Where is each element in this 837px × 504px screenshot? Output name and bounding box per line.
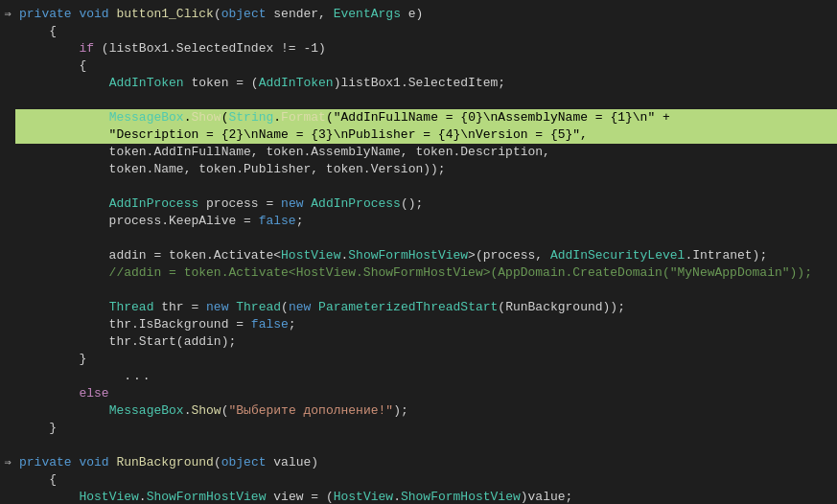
token-class-name: AddInProcess bbox=[109, 196, 199, 211]
token-class-name: HostView bbox=[281, 248, 340, 263]
token-plain: , bbox=[580, 127, 588, 142]
token-method: button1_Click bbox=[116, 7, 213, 21]
token-plain: thr.IsBackground = bbox=[19, 317, 251, 332]
token-class-name: HostView bbox=[334, 490, 393, 504]
token-plain: >(process, bbox=[468, 248, 550, 263]
code-content: { bbox=[15, 57, 837, 75]
code-line: AddInToken token = (AddInToken)listBox1.… bbox=[0, 75, 837, 92]
token-kw: false bbox=[251, 317, 289, 332]
token-class-name: ShowFormHostView bbox=[401, 490, 521, 504]
token-plain: view = ( bbox=[266, 490, 333, 504]
token-plain bbox=[19, 369, 124, 383]
code-content: HostView.ShowFormHostView view = (HostVi… bbox=[15, 489, 837, 504]
token-plain: e) bbox=[401, 7, 423, 21]
token-kw: object bbox=[221, 7, 267, 21]
token-kw: void bbox=[79, 7, 108, 21]
token-class-name: String bbox=[228, 110, 273, 125]
code-line: token.AddInFullName, token.AssemblyName,… bbox=[0, 144, 837, 161]
token-plain: process.KeepAlive = bbox=[19, 214, 259, 228]
token-class-name: ShowFormHostView bbox=[348, 248, 468, 263]
token-plain: sender, bbox=[267, 7, 334, 21]
token-kw: new bbox=[206, 300, 228, 314]
code-line: ⇒private void RunBackground(object value… bbox=[0, 454, 837, 471]
token-plain: ( bbox=[214, 7, 221, 21]
code-content: if (listBox1.SelectedIndex != -1) bbox=[15, 40, 837, 57]
code-line: if (listBox1.SelectedIndex != -1) bbox=[0, 40, 837, 57]
code-line: ... bbox=[0, 368, 837, 385]
token-string-hl: "Description = {2}\nName = {3}\nPublishe… bbox=[19, 127, 580, 142]
token-class-name: ShowFormHostView bbox=[147, 490, 267, 504]
token-plain bbox=[19, 41, 79, 56]
code-content: private void button1_Click(object sender… bbox=[15, 6, 837, 23]
code-line bbox=[0, 282, 837, 299]
code-line: thr.IsBackground = false; bbox=[0, 316, 837, 333]
code-line: HostView.ShowFormHostView view = (HostVi… bbox=[0, 489, 837, 504]
code-content: process.KeepAlive = false; bbox=[15, 213, 837, 230]
token-plain: ; bbox=[289, 317, 296, 332]
token-class-name: AddInSecurityLevel bbox=[550, 248, 685, 263]
token-class-name: AddInToken bbox=[259, 76, 334, 90]
token-kw: private bbox=[19, 455, 72, 470]
code-line: token.Name, token.Publisher, token.Versi… bbox=[0, 161, 837, 178]
token-plain: ; bbox=[296, 214, 304, 228]
code-content: { bbox=[15, 471, 837, 489]
code-line bbox=[0, 437, 837, 454]
token-plain: } bbox=[19, 352, 86, 366]
arrow-icon: ⇒ bbox=[0, 6, 15, 23]
token-kw2: else bbox=[19, 386, 109, 401]
token-plain bbox=[19, 76, 109, 90]
code-content: AddInToken token = (AddInToken)listBox1.… bbox=[15, 75, 837, 92]
token-method: Show bbox=[191, 110, 221, 125]
token-class-name: Thread bbox=[236, 300, 281, 314]
code-content: addin = token.Activate<HostView.ShowForm… bbox=[15, 247, 837, 264]
token-kw: private bbox=[19, 7, 72, 21]
code-content: ... bbox=[15, 368, 837, 385]
code-content: AddInProcess process = new AddInProcess(… bbox=[15, 195, 837, 213]
token-comment: //addin = token.Activate<HostView.ShowFo… bbox=[19, 265, 812, 280]
token-plain bbox=[19, 490, 79, 504]
code-line bbox=[0, 230, 837, 247]
token-plain: ( bbox=[326, 110, 334, 125]
token-kw2: if bbox=[79, 41, 94, 56]
code-line: { bbox=[0, 57, 837, 75]
code-line: process.KeepAlive = false; bbox=[0, 213, 837, 230]
code-editor: ⇒private void button1_Click(object sende… bbox=[0, 0, 837, 504]
token-plain bbox=[19, 300, 109, 314]
token-class-name: HostView bbox=[79, 490, 138, 504]
token-kw: void bbox=[79, 455, 108, 470]
code-content: else bbox=[15, 385, 837, 402]
token-kw: false bbox=[259, 214, 296, 228]
code-line: "Description = {2}\nName = {3}\nPublishe… bbox=[0, 126, 837, 144]
code-line: AddInProcess process = new AddInProcess(… bbox=[0, 195, 837, 213]
token-string: "Выберите дополнение!" bbox=[228, 403, 393, 418]
code-line: { bbox=[0, 23, 837, 40]
token-plain: ( bbox=[281, 300, 289, 314]
token-class-name: MessageBox bbox=[109, 110, 184, 125]
token-plain: { bbox=[19, 24, 57, 38]
code-line: ⇒private void button1_Click(object sende… bbox=[0, 6, 837, 23]
token-dots: ... bbox=[124, 369, 151, 383]
code-line bbox=[0, 92, 837, 109]
token-plain: token.AddInFullName, token.AssemblyName,… bbox=[19, 145, 550, 159]
token-plain: { bbox=[19, 58, 86, 73]
token-plain: (); bbox=[401, 196, 423, 211]
code-content: { bbox=[15, 23, 837, 40]
token-plain: process = bbox=[198, 196, 281, 211]
token-plain: ); bbox=[393, 403, 408, 418]
token-plain: . bbox=[273, 110, 281, 125]
token-string-hl: "AddInFullName = {0}\nAssemblyName = {1}… bbox=[334, 110, 655, 125]
token-plain: )value; bbox=[521, 490, 573, 504]
token-plain: )listBox1.SelectedItem; bbox=[334, 76, 505, 90]
token-class-name: AddInToken bbox=[109, 76, 184, 90]
code-content: } bbox=[15, 420, 837, 437]
code-content: MessageBox.Show(String.Format("AddInFull… bbox=[15, 109, 837, 126]
token-method: RunBackground bbox=[116, 455, 213, 470]
token-plain: value) bbox=[267, 455, 319, 470]
token-method: Show bbox=[191, 403, 221, 418]
token-class-name: MessageBox bbox=[109, 403, 184, 418]
token-plain: (listBox1.SelectedIndex != -1) bbox=[94, 41, 326, 56]
token-plain bbox=[19, 110, 109, 125]
code-line: Thread thr = new Thread(new Parameterize… bbox=[0, 299, 837, 316]
token-plain: { bbox=[19, 472, 57, 487]
code-line: thr.Start(addin); bbox=[0, 333, 837, 351]
